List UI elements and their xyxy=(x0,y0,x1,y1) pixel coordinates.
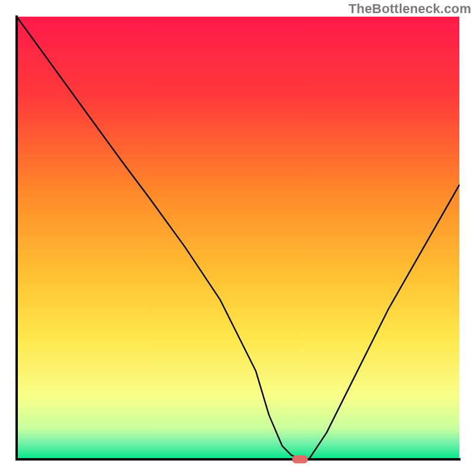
plot-background xyxy=(17,17,459,459)
bottleneck-chart xyxy=(0,0,476,476)
optimal-point-marker xyxy=(292,455,308,463)
chart-stage: TheBottleneck.com xyxy=(0,0,476,476)
